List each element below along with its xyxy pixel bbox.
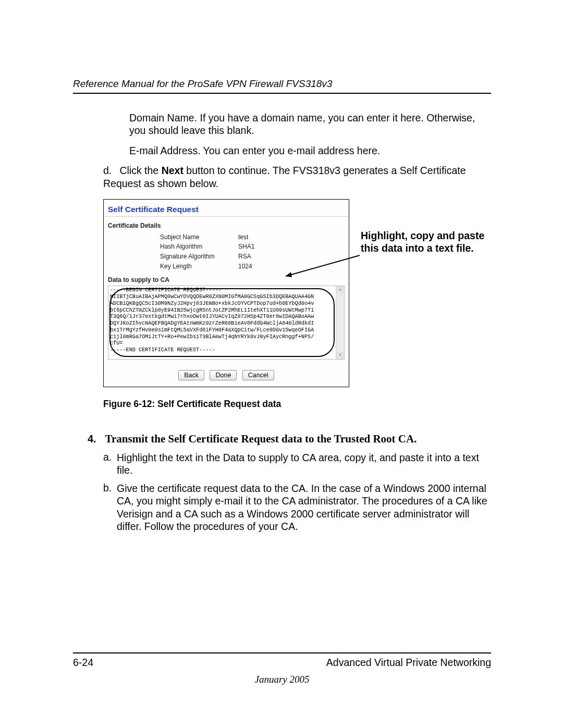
subject-name-value: test: [238, 232, 248, 242]
csr-line: T3Q6Q/1Jr37extkgdtMw17rhxoOwt0IJYUACvIqZ…: [110, 314, 342, 320]
page-number: 6-24: [73, 657, 93, 669]
page-footer: 6-24 Advanced Virtual Private Networking…: [73, 648, 491, 685]
footer-rule: [73, 652, 491, 653]
step-4-number: 4.: [88, 433, 102, 445]
domain-name-paragraph: Domain Name. If you have a domain name, …: [129, 112, 491, 137]
csr-textarea[interactable]: -----BEGIN CERTIFICATE REQUEST----- MIIB…: [108, 286, 345, 360]
figure-wrap: Self Certificate Request Certificate Det…: [103, 199, 489, 387]
key-length-value: 1024: [238, 262, 252, 272]
callout-annotation: Highlight, copy and paste this data into…: [361, 229, 486, 255]
sig-alg-label: Signature Algorithm: [160, 252, 238, 262]
certificate-details-heading: Certificate Details: [108, 222, 345, 229]
detail-row: Signature Algorithm RSA: [160, 252, 345, 262]
hash-alg-label: Hash Algorithm: [160, 242, 238, 252]
csr-line: c1jl8mRGa7OMiJtTY+Ro+PewIbs1T3BlAewTj4qN…: [110, 334, 342, 341]
list-marker-d: d.: [103, 164, 117, 177]
csr-line: -----BEGIN CERTIFICATE REQUEST-----: [110, 287, 342, 294]
next-label: Next: [162, 165, 183, 176]
csr-line: cfU=: [110, 340, 342, 347]
header-rule: [73, 93, 491, 94]
step-4: 4. Transmit the Self Certificate Request…: [88, 433, 491, 446]
footer-date: January 2005: [73, 674, 491, 685]
running-header: Reference Manual for the ProSafe VPN Fir…: [73, 78, 491, 90]
csr-line: bt6pCChZTmZCklp8yE94IB25wjcgRSntJotZP2Mh…: [110, 307, 342, 314]
hash-alg-value: SHA1: [238, 242, 254, 252]
detail-row: Subject Name test: [160, 232, 345, 242]
step-4a: a. Highlight the text in the Data to sup…: [103, 451, 491, 476]
key-length-label: Key Length: [160, 262, 238, 272]
step-4b-text: Give the certificate request data to the…: [117, 482, 491, 533]
csr-line: bx1TrMgYzfHv8e0simFtQML5aVXFd6iFYH0F4aXQ…: [110, 327, 342, 334]
cancel-button[interactable]: Cancel: [242, 370, 274, 380]
step-d-pre: Click the: [119, 165, 161, 176]
sig-alg-value: RSA: [238, 252, 251, 262]
scrollbar[interactable]: ▴ ▾: [336, 286, 344, 359]
csr-line: ADCBiQKBgQC5cI30M9NZyJ2Hpvj83JEmBo+xbkJc…: [110, 301, 342, 307]
csr-line: DQYJKoZIhvcNAQEFBQADgYEAtnWmKz0zrZeR68Bi…: [110, 320, 342, 327]
scroll-up-icon[interactable]: ▴: [336, 286, 344, 293]
detail-row: Key Length 1024: [160, 262, 345, 272]
detail-row: Hash Algorithm SHA1: [160, 242, 345, 252]
subject-name-label: Subject Name: [160, 232, 238, 242]
list-marker-a: a.: [103, 451, 117, 463]
figure-caption: Figure 6-12: Self Certificate Request da…: [103, 399, 491, 410]
back-button[interactable]: Back: [178, 370, 204, 380]
csr-line: -----END CERTIFICATE REQUEST-----: [110, 347, 342, 354]
step-4-substeps: a. Highlight the text in the Data to sup…: [103, 451, 491, 533]
list-marker-b: b.: [103, 482, 117, 494]
email-paragraph: E-mail Address. You can enter you e-mail…: [129, 144, 491, 157]
manual-page: Reference Manual for the ProSafe VPN Fir…: [0, 0, 563, 728]
step-4a-text: Highlight the text in the Data to supply…: [117, 451, 491, 477]
csr-line: MIIBTjCBuAIBAjAPMQ0wCwYDVQQDEwR0ZXN0MIGf…: [110, 294, 342, 301]
screenshot-body: Certificate Details Subject Name test Ha…: [104, 217, 349, 365]
step-4b: b. Give the certificate request data to …: [103, 482, 491, 533]
data-supply-heading: Data to supply to CA: [108, 276, 345, 283]
footer-section-title: Advanced Virtual Private Networking: [326, 657, 491, 669]
self-cert-screenshot: Self Certificate Request Certificate Det…: [103, 199, 349, 387]
screenshot-button-row: Back Done Cancel: [104, 365, 349, 387]
screenshot-title: Self Certificate Request: [104, 200, 349, 217]
scroll-down-icon[interactable]: ▾: [336, 352, 344, 359]
done-button[interactable]: Done: [210, 370, 237, 380]
step-4-title: Transmit the Self Certificate Request da…: [105, 433, 417, 445]
step-d: d. Click the Next button to continue. Th…: [103, 164, 491, 190]
